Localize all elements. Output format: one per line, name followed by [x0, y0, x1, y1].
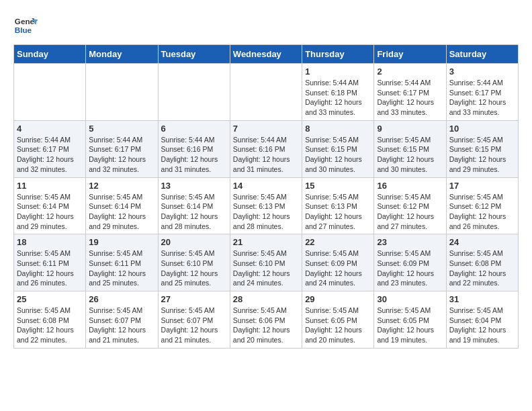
calendar-table: SundayMondayTuesdayWednesdayThursdayFrid… — [13, 44, 519, 349]
day-info: Sunrise: 5:45 AM Sunset: 6:15 PM Dayligh… — [305, 135, 371, 175]
calendar-cell: 2Sunrise: 5:44 AM Sunset: 6:17 PM Daylig… — [374, 64, 446, 121]
calendar-cell: 28Sunrise: 5:45 AM Sunset: 6:06 PM Dayli… — [230, 291, 302, 349]
day-number: 7 — [233, 124, 299, 134]
weekday-header-saturday: Saturday — [446, 45, 518, 64]
calendar-cell: 18Sunrise: 5:45 AM Sunset: 6:11 PM Dayli… — [14, 234, 86, 291]
weekday-header-thursday: Thursday — [302, 45, 374, 64]
calendar-week-1: 1Sunrise: 5:44 AM Sunset: 6:18 PM Daylig… — [14, 64, 519, 121]
calendar-cell — [86, 64, 158, 121]
calendar-cell: 4Sunrise: 5:44 AM Sunset: 6:17 PM Daylig… — [14, 120, 86, 177]
calendar-cell: 29Sunrise: 5:45 AM Sunset: 6:05 PM Dayli… — [302, 291, 374, 349]
calendar-cell: 13Sunrise: 5:45 AM Sunset: 6:14 PM Dayli… — [158, 177, 230, 234]
logo: General Blue — [13, 13, 40, 38]
calendar-cell: 16Sunrise: 5:45 AM Sunset: 6:12 PM Dayli… — [374, 177, 446, 234]
calendar-cell: 8Sunrise: 5:45 AM Sunset: 6:15 PM Daylig… — [302, 120, 374, 177]
header-row: SundayMondayTuesdayWednesdayThursdayFrid… — [14, 45, 519, 64]
calendar-cell: 15Sunrise: 5:45 AM Sunset: 6:13 PM Dayli… — [302, 177, 374, 234]
day-number: 6 — [161, 124, 227, 134]
day-info: Sunrise: 5:45 AM Sunset: 6:15 PM Dayligh… — [377, 135, 443, 175]
day-info: Sunrise: 5:45 AM Sunset: 6:12 PM Dayligh… — [377, 192, 443, 232]
calendar-week-5: 25Sunrise: 5:45 AM Sunset: 6:08 PM Dayli… — [14, 291, 519, 349]
page-container: General Blue SundayMondayTuesdayWednesda… — [13, 13, 519, 349]
calendar-cell: 25Sunrise: 5:45 AM Sunset: 6:08 PM Dayli… — [14, 291, 86, 349]
day-info: Sunrise: 5:45 AM Sunset: 6:07 PM Dayligh… — [161, 306, 227, 345]
day-info: Sunrise: 5:45 AM Sunset: 6:12 PM Dayligh… — [449, 192, 515, 232]
day-number: 1 — [305, 66, 371, 77]
calendar-week-4: 18Sunrise: 5:45 AM Sunset: 6:11 PM Dayli… — [14, 234, 519, 291]
day-info: Sunrise: 5:45 AM Sunset: 6:14 PM Dayligh… — [161, 192, 227, 232]
calendar-cell: 14Sunrise: 5:45 AM Sunset: 6:13 PM Dayli… — [230, 177, 302, 234]
day-number: 16 — [377, 181, 443, 191]
calendar-cell: 7Sunrise: 5:44 AM Sunset: 6:16 PM Daylig… — [230, 120, 302, 177]
calendar-cell: 19Sunrise: 5:45 AM Sunset: 6:11 PM Dayli… — [86, 234, 158, 291]
day-number: 4 — [17, 124, 83, 134]
day-number: 12 — [89, 181, 154, 191]
day-number: 29 — [305, 294, 371, 304]
calendar-cell: 10Sunrise: 5:45 AM Sunset: 6:15 PM Dayli… — [446, 120, 518, 177]
day-number: 14 — [233, 181, 299, 191]
svg-text:Blue: Blue — [15, 26, 32, 34]
day-number: 9 — [377, 124, 443, 134]
weekday-header-monday: Monday — [86, 45, 158, 64]
day-number: 26 — [89, 294, 154, 304]
weekday-header-sunday: Sunday — [14, 45, 86, 64]
day-number: 2 — [377, 66, 443, 77]
day-number: 8 — [305, 124, 371, 134]
calendar-cell: 23Sunrise: 5:45 AM Sunset: 6:09 PM Dayli… — [374, 234, 446, 291]
day-number: 3 — [449, 66, 515, 77]
day-number: 18 — [17, 237, 83, 247]
day-info: Sunrise: 5:45 AM Sunset: 6:04 PM Dayligh… — [449, 306, 515, 345]
day-number: 31 — [449, 294, 515, 304]
calendar-cell: 20Sunrise: 5:45 AM Sunset: 6:10 PM Dayli… — [158, 234, 230, 291]
calendar-cell — [230, 64, 302, 121]
calendar-cell: 21Sunrise: 5:45 AM Sunset: 6:10 PM Dayli… — [230, 234, 302, 291]
day-info: Sunrise: 5:45 AM Sunset: 6:11 PM Dayligh… — [89, 248, 154, 288]
day-info: Sunrise: 5:45 AM Sunset: 6:13 PM Dayligh… — [305, 192, 371, 232]
calendar-cell: 1Sunrise: 5:44 AM Sunset: 6:18 PM Daylig… — [302, 64, 374, 121]
day-number: 15 — [305, 181, 371, 191]
calendar-header: SundayMondayTuesdayWednesdayThursdayFrid… — [14, 45, 519, 64]
day-number: 17 — [449, 181, 515, 191]
calendar-cell: 31Sunrise: 5:45 AM Sunset: 6:04 PM Dayli… — [446, 291, 518, 349]
calendar-cell: 9Sunrise: 5:45 AM Sunset: 6:15 PM Daylig… — [374, 120, 446, 177]
calendar-cell: 26Sunrise: 5:45 AM Sunset: 6:07 PM Dayli… — [86, 291, 158, 349]
day-number: 23 — [377, 237, 443, 247]
day-info: Sunrise: 5:44 AM Sunset: 6:16 PM Dayligh… — [161, 135, 227, 175]
day-info: Sunrise: 5:44 AM Sunset: 6:16 PM Dayligh… — [233, 135, 299, 175]
day-info: Sunrise: 5:44 AM Sunset: 6:17 PM Dayligh… — [89, 135, 154, 175]
weekday-header-tuesday: Tuesday — [158, 45, 230, 64]
day-info: Sunrise: 5:45 AM Sunset: 6:14 PM Dayligh… — [17, 192, 83, 232]
day-number: 5 — [89, 124, 154, 134]
day-info: Sunrise: 5:44 AM Sunset: 6:17 PM Dayligh… — [377, 78, 443, 118]
calendar-cell: 24Sunrise: 5:45 AM Sunset: 6:08 PM Dayli… — [446, 234, 518, 291]
calendar-cell: 5Sunrise: 5:44 AM Sunset: 6:17 PM Daylig… — [86, 120, 158, 177]
day-info: Sunrise: 5:45 AM Sunset: 6:09 PM Dayligh… — [377, 248, 443, 288]
calendar-cell: 3Sunrise: 5:44 AM Sunset: 6:17 PM Daylig… — [446, 64, 518, 121]
calendar-cell: 6Sunrise: 5:44 AM Sunset: 6:16 PM Daylig… — [158, 120, 230, 177]
day-info: Sunrise: 5:45 AM Sunset: 6:08 PM Dayligh… — [17, 306, 83, 345]
day-info: Sunrise: 5:45 AM Sunset: 6:15 PM Dayligh… — [449, 135, 515, 175]
day-number: 21 — [233, 237, 299, 247]
day-info: Sunrise: 5:45 AM Sunset: 6:06 PM Dayligh… — [233, 306, 299, 345]
calendar-week-3: 11Sunrise: 5:45 AM Sunset: 6:14 PM Dayli… — [14, 177, 519, 234]
day-info: Sunrise: 5:45 AM Sunset: 6:11 PM Dayligh… — [17, 248, 83, 288]
day-info: Sunrise: 5:45 AM Sunset: 6:10 PM Dayligh… — [161, 248, 227, 288]
day-number: 19 — [89, 237, 154, 247]
calendar-cell: 12Sunrise: 5:45 AM Sunset: 6:14 PM Dayli… — [86, 177, 158, 234]
weekday-header-friday: Friday — [374, 45, 446, 64]
calendar-week-2: 4Sunrise: 5:44 AM Sunset: 6:17 PM Daylig… — [14, 120, 519, 177]
day-info: Sunrise: 5:45 AM Sunset: 6:05 PM Dayligh… — [377, 306, 443, 345]
calendar-cell — [158, 64, 230, 121]
calendar-cell: 22Sunrise: 5:45 AM Sunset: 6:09 PM Dayli… — [302, 234, 374, 291]
day-number: 25 — [17, 294, 83, 304]
calendar-cell — [14, 64, 86, 121]
header: General Blue — [13, 13, 519, 38]
day-number: 11 — [17, 181, 83, 191]
day-number: 27 — [161, 294, 227, 304]
day-info: Sunrise: 5:45 AM Sunset: 6:10 PM Dayligh… — [233, 248, 299, 288]
calendar-cell: 27Sunrise: 5:45 AM Sunset: 6:07 PM Dayli… — [158, 291, 230, 349]
day-number: 28 — [233, 294, 299, 304]
day-number: 22 — [305, 237, 371, 247]
day-info: Sunrise: 5:45 AM Sunset: 6:14 PM Dayligh… — [89, 192, 154, 232]
calendar-cell: 30Sunrise: 5:45 AM Sunset: 6:05 PM Dayli… — [374, 291, 446, 349]
